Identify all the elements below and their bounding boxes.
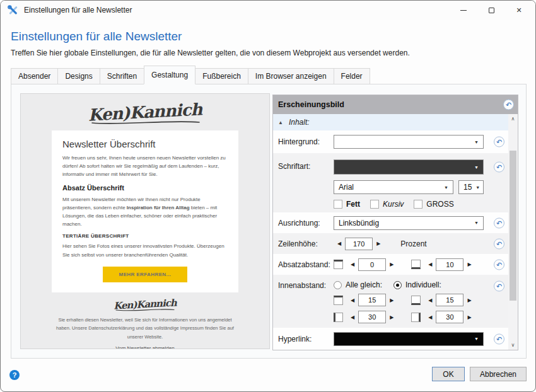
step-left-icon[interactable]: ◀	[424, 314, 436, 320]
undo-icon[interactable]: ↶	[494, 162, 504, 173]
step-right-icon[interactable]: ▶	[463, 262, 475, 267]
help-button[interactable]: ?	[9, 370, 20, 380]
undo-icon[interactable]: ↶	[494, 217, 504, 228]
hyperlink-label: Hyperlink:	[278, 335, 334, 343]
undo-icon[interactable]: ↶	[494, 259, 504, 270]
section-inhalt[interactable]: ▲ Inhalt:	[273, 114, 518, 130]
tab-felder[interactable]: Felder	[334, 68, 370, 84]
undo-icon[interactable]: ↶	[494, 333, 504, 344]
tab-designs[interactable]: Designs	[57, 68, 100, 84]
step-right-icon[interactable]: ▶	[373, 241, 384, 246]
newsletter-headline: Newsletter Überschrift	[62, 139, 228, 149]
chevron-down-icon: ▼	[475, 185, 480, 190]
step-right-icon[interactable]: ▶	[386, 297, 397, 303]
tab-im-browser-anzeigen[interactable]: Im Browser anzeigen	[248, 68, 334, 84]
schriftart-color-dropdown[interactable]: ▼	[334, 159, 484, 175]
gross-label: GROSS	[426, 200, 453, 209]
row-hyperlink: Hyperlink: ▼ ↶	[273, 328, 518, 350]
brand-logo-footer: Ken)Kannich	[21, 292, 269, 316]
padding-left-icon	[334, 313, 343, 322]
collapse-icon: ▲	[278, 120, 283, 125]
row-hintergrund: Hintergrund: ▼ ↶	[273, 130, 518, 153]
fett-checkbox[interactable]	[334, 200, 342, 209]
absatz-unten-input[interactable]	[436, 258, 463, 271]
hintergrund-color-dropdown[interactable]: ▼	[334, 135, 484, 149]
step-left-icon[interactable]: ◀	[347, 297, 358, 303]
minimize-icon	[460, 10, 467, 11]
schriftart-label: Schriftart:	[278, 162, 334, 171]
kursiv-checkbox[interactable]	[370, 200, 379, 209]
step-left-icon[interactable]: ◀	[347, 262, 358, 267]
step-right-icon[interactable]: ▶	[386, 314, 397, 320]
window-controls: ✕	[450, 1, 533, 20]
scrollbar-thumb[interactable]	[510, 151, 516, 301]
tab-absender[interactable]: Absender	[11, 68, 58, 84]
cancel-button[interactable]: Abbrechen	[470, 367, 527, 381]
innen-unten-input[interactable]	[436, 294, 463, 306]
chevron-down-icon: ▼	[474, 140, 479, 144]
hintergrund-label: Hintergrund:	[278, 137, 334, 146]
innen-rechts-input[interactable]	[436, 311, 463, 323]
innen-links-input[interactable]	[358, 311, 386, 323]
hyperlink-color-dropdown[interactable]: ▼	[334, 332, 484, 346]
window-title: Einstellungen für alle Newsletter	[24, 6, 132, 14]
individuell-radio[interactable]	[393, 281, 402, 289]
font-size-dropdown[interactable]: 15 ▼	[458, 180, 484, 194]
step-right-icon[interactable]: ▶	[463, 297, 475, 303]
absatz-oben-input[interactable]	[358, 258, 386, 271]
tab-gestaltung[interactable]: Gestaltung	[144, 66, 195, 84]
font-family-dropdown[interactable]: Arial ▼	[334, 180, 453, 194]
undo-icon[interactable]: ↶	[494, 238, 504, 249]
titlebar: Einstellungen für alle Newsletter ✕	[1, 1, 535, 20]
scroll-down-icon[interactable]: ∨	[508, 342, 518, 348]
step-left-icon[interactable]: ◀	[347, 314, 358, 320]
tab-bar: Absender Designs Schriften Gestaltung Fu…	[11, 67, 370, 84]
newsletter-body: Mit unserem Newsletter möchten wir Ihnen…	[62, 195, 228, 229]
newsletter-footer-text: Sie erhalten diesen Newsletter, weil Sie…	[54, 316, 236, 342]
erscheinungsbild-panel: Erscheinungsbild ↶ ▲ Inhalt: Hintergrund…	[272, 95, 518, 350]
undo-icon[interactable]: ↶	[494, 137, 504, 147]
close-button[interactable]: ✕	[505, 1, 533, 20]
padding-bottom-icon	[411, 296, 421, 305]
step-left-icon[interactable]: ◀	[334, 241, 345, 246]
ausrichtung-label: Ausrichtung:	[278, 219, 334, 228]
scroll-up-icon[interactable]: ∧	[508, 116, 518, 122]
row-innenabstand: Innenabstand: Alle gleich: Individuell: …	[273, 275, 518, 328]
row-ausrichtung: Ausrichtung: Linksbündig ▼ ↶	[273, 212, 518, 233]
margin-bottom-icon	[411, 260, 421, 269]
page-title: Einstellungen für alle Newsletter	[11, 30, 182, 43]
ausrichtung-dropdown[interactable]: Linksbündig ▼	[334, 216, 484, 230]
alle-gleich-radio[interactable]	[334, 281, 342, 289]
minimize-button[interactable]	[450, 1, 477, 20]
step-left-icon[interactable]: ◀	[424, 262, 436, 267]
tab-content-panel: Ken)Kannich Newsletter Überschrift Wir f…	[11, 84, 527, 359]
zeilenhoehe-input[interactable]	[345, 238, 373, 250]
absatzabstand-label: Absatzabstand:	[278, 260, 334, 269]
tab-fussbereich[interactable]: Fußbereich	[195, 68, 248, 84]
tab-schriften[interactable]: Schriften	[100, 68, 144, 84]
innen-oben-input[interactable]	[358, 294, 386, 306]
unsubscribe-link[interactable]: Vom Newsletter abmelden	[21, 345, 269, 349]
step-right-icon[interactable]: ▶	[386, 262, 397, 267]
newsletter-intro: Wir freuen uns sehr, Ihnen heute unseren…	[62, 154, 228, 179]
maximize-button[interactable]	[477, 1, 505, 20]
step-right-icon[interactable]: ▶	[463, 314, 475, 320]
undo-icon[interactable]: ↶	[494, 281, 504, 292]
settings-scrollbar[interactable]: ∧ ∨	[508, 114, 518, 350]
undo-icon[interactable]: ↶	[503, 100, 514, 110]
zeilenhoehe-unit: Prozent	[400, 239, 426, 248]
mehr-erfahren-button[interactable]: MEHR ERFAHREN...	[103, 267, 188, 282]
chevron-down-icon: ▼	[474, 165, 479, 170]
individuell-label: Individuell:	[405, 280, 441, 289]
maximize-icon	[489, 8, 494, 13]
step-left-icon[interactable]: ◀	[424, 297, 436, 303]
newsletter-preview: Ken)Kannich Newsletter Überschrift Wir f…	[20, 93, 270, 349]
padding-right-icon	[411, 313, 421, 322]
row-zeilenhoehe: Zeilenhöhe: ◀ ▶ Prozent ↶	[273, 233, 518, 254]
newsletter-card: Newsletter Überschrift Wir freuen uns se…	[52, 130, 238, 292]
ok-button[interactable]: OK	[432, 367, 465, 381]
gross-checkbox[interactable]	[414, 200, 422, 209]
margin-top-icon	[334, 260, 343, 269]
section-label: Inhalt:	[289, 118, 310, 127]
row-schriftart: Schriftart: ▼ Arial ▼ 15 ▼	[273, 153, 518, 212]
